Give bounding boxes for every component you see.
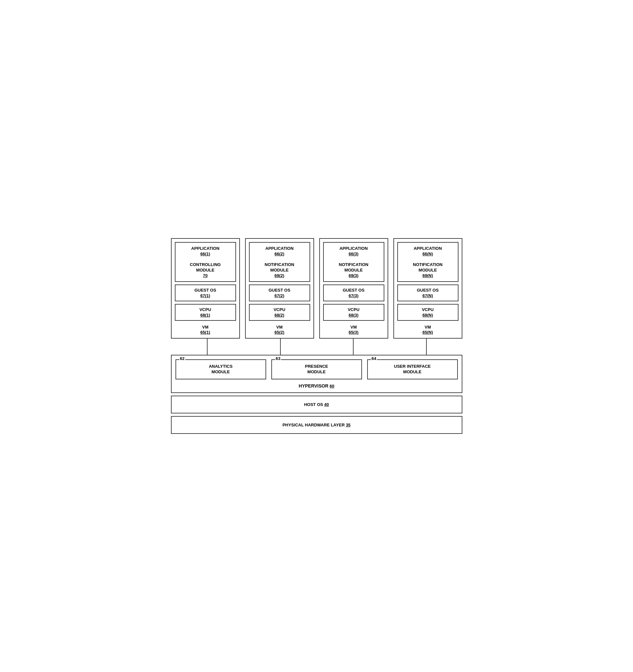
- hypervisor-section: 62 ANALYTICSMODULE 63 PRESENCEMODULE 64 …: [171, 355, 462, 393]
- ui-number: 64: [371, 356, 377, 361]
- ctrl-module-number-1: 70: [178, 273, 233, 278]
- presence-number: 63: [275, 356, 281, 361]
- vm-box-3: APPLICATION 66(3) NOTIFICATIONMODULE 69(…: [319, 238, 388, 339]
- hypervisor-inner: 62 ANALYTICSMODULE 63 PRESENCEMODULE 64 …: [176, 359, 458, 379]
- app-module-3: APPLICATION 66(3) NOTIFICATIONMODULE 69(…: [323, 242, 384, 282]
- vcpu-3: vCPU 68(3): [323, 304, 384, 321]
- guest-os-n: GUEST OS 67(N): [397, 285, 458, 301]
- vm-label-1: VM 65(1): [175, 325, 236, 335]
- host-os-section: HOST OS 40: [171, 395, 462, 413]
- ctrl-module-label-1: CONTROLLINGMODULE: [178, 262, 233, 273]
- vm-box-2: APPLICATION 66(2) NOTIFICATIONMODULE 69(…: [245, 238, 314, 339]
- app-module-2: APPLICATION 66(2) NOTIFICATIONMODULE 69(…: [249, 242, 310, 282]
- vcpu-n: vCPU 68(N): [397, 304, 458, 321]
- diagram-container: APPLICATION 66(1) CONTROLLINGMODULE 70 G…: [171, 238, 462, 434]
- vm-label-2: VM 65(2): [249, 325, 310, 335]
- physical-number: 35: [346, 423, 350, 427]
- vcpu-2: vCPU 68(2): [249, 304, 310, 321]
- app-label-1: APPLICATION: [178, 246, 233, 251]
- presence-module: 63 PRESENCEMODULE: [271, 359, 362, 379]
- vm-label-n: VM 65(N): [397, 325, 458, 335]
- presence-label: PRESENCEMODULE: [277, 364, 356, 375]
- vm-box-1: APPLICATION 66(1) CONTROLLINGMODULE 70 G…: [171, 238, 240, 339]
- vm-box-n: APPLICATION 66(N) NOTIFICATIONMODULE 69(…: [394, 238, 462, 339]
- vcpu-1: vCPU 68(1): [175, 304, 236, 321]
- app-module-n: APPLICATION 66(N) NOTIFICATIONMODULE 69(…: [397, 242, 458, 282]
- ui-label: USER INTERFACEMODULE: [373, 364, 452, 375]
- connector-svg: [171, 339, 462, 355]
- guest-os-2: GUEST OS 67(2): [249, 285, 310, 301]
- guest-os-3: GUEST OS 67(3): [323, 285, 384, 301]
- guest-os-1: GUEST OS 67(1): [175, 285, 236, 301]
- app-module-1: APPLICATION 66(1) CONTROLLINGMODULE 70: [175, 242, 236, 282]
- connector-area: [171, 339, 462, 355]
- host-os-number: 40: [324, 402, 329, 407]
- hypervisor-label: HYPERVISOR 60: [176, 383, 458, 388]
- analytics-module: 62 ANALYTICSMODULE: [176, 359, 266, 379]
- vm-label-3: VM 65(3): [323, 325, 384, 335]
- hypervisor-number: 60: [330, 384, 334, 388]
- analytics-number: 62: [179, 356, 185, 361]
- analytics-label: ANALYTICSMODULE: [181, 364, 260, 375]
- physical-section: PHYSICAL HARDWARE LAYER 35: [171, 416, 462, 434]
- ui-module: 64 USER INTERFACEMODULE: [367, 359, 458, 379]
- app-number-1: 66(1): [178, 251, 233, 256]
- vm-row: APPLICATION 66(1) CONTROLLINGMODULE 70 G…: [171, 238, 462, 339]
